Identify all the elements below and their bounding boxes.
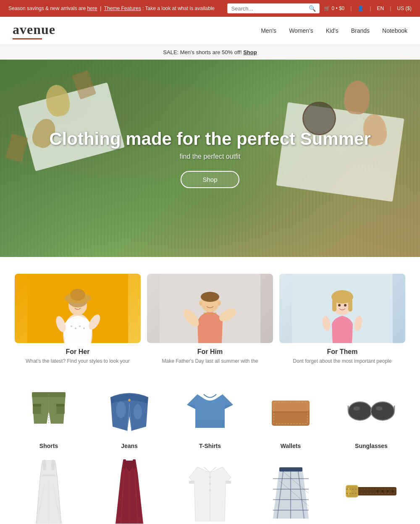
category-grid: For Her What's the latest? Find your sty… (0, 257, 420, 373)
hero-cta-button[interactable]: Shop (181, 171, 239, 188)
sunglasses-svg (344, 394, 399, 428)
for-them-title: For Them (279, 348, 405, 356)
shorts-svg (24, 386, 74, 436)
wallets-image (252, 384, 329, 438)
svg-point-87 (392, 490, 394, 492)
for-her-svg (27, 274, 128, 343)
svg-rect-27 (348, 299, 352, 312)
nav-notebook[interactable]: Notebook (382, 27, 407, 34)
product-shirt[interactable]: Shirt (170, 460, 250, 524)
svg-point-18 (199, 301, 202, 306)
product-jeans[interactable]: Jeans (89, 382, 170, 451)
wallets-svg (268, 388, 314, 434)
sale-banner: SALE: Men's shorts are 50% off! Shop (0, 45, 420, 60)
svg-point-67 (209, 483, 211, 485)
for-her-image (15, 274, 141, 343)
svg-point-19 (218, 301, 221, 306)
cart-icon: 🛒 (324, 5, 330, 11)
search-button[interactable]: 🔍 (309, 5, 316, 12)
tshirts-image (172, 384, 248, 438)
product-sunglasses[interactable]: Sunglasses (331, 382, 412, 451)
account-icon: 👤 (357, 5, 364, 11)
separator-1: | (350, 5, 352, 11)
shirt-image (172, 462, 248, 521)
svg-point-17 (201, 292, 219, 302)
hero-title: Clothing made for the perfect Summer (49, 128, 370, 149)
jeans-svg (106, 385, 152, 437)
svg-point-37 (134, 404, 142, 419)
jeans-label: Jeans (91, 443, 168, 449)
jeans-image (91, 384, 168, 438)
svg-rect-34 (56, 404, 65, 406)
svg-rect-58 (51, 460, 55, 470)
gown-svg (110, 458, 148, 524)
svg-point-36 (116, 401, 126, 418)
svg-rect-33 (33, 404, 41, 406)
sale-shop-link[interactable]: Shop (243, 49, 257, 55)
product-row-1: Shorts Jeans (0, 373, 420, 456)
announcement-bar: Season savings & new arrivals are here |… (0, 0, 420, 17)
logo-container[interactable]: avenue (13, 22, 55, 39)
account-button[interactable]: 👤 (357, 5, 364, 11)
belt-svg (344, 479, 399, 504)
announcement-here-link[interactable]: here (87, 5, 97, 11)
svg-point-90 (347, 489, 351, 493)
announcement-text: Season savings & new arrivals are here |… (8, 5, 215, 11)
product-skirt[interactable]: Skirt (250, 460, 331, 524)
product-wallets[interactable]: Wallets (250, 382, 331, 451)
for-them-svg (292, 274, 393, 343)
hero-content: Clothing made for the perfect Summer fin… (49, 128, 370, 188)
product-dress[interactable]: Dress (8, 460, 89, 524)
product-tshirts[interactable]: T-Shirts (170, 382, 250, 451)
skirt-svg (269, 464, 313, 519)
main-navigation: Men's Women's Kid's Brands Notebook (261, 27, 407, 34)
svg-point-5 (83, 328, 85, 329)
svg-point-55 (353, 406, 360, 411)
search-bar[interactable]: 🔍 (227, 3, 320, 13)
svg-point-2 (71, 325, 72, 327)
svg-point-66 (209, 477, 211, 479)
for-them-image (279, 274, 405, 343)
svg-rect-69 (189, 481, 194, 484)
skirt-image (252, 462, 329, 521)
announcement-separator: | (99, 5, 104, 11)
for-them-desc: Dont forget about the most important peo… (279, 358, 405, 365)
cart-button[interactable]: 🛒 0 • $0 (324, 5, 344, 11)
for-him-svg (160, 274, 260, 343)
svg-rect-26 (332, 299, 336, 312)
svg-rect-43 (195, 419, 225, 428)
svg-point-28 (338, 304, 341, 307)
category-for-her[interactable]: For Her What's the latest? Find your sty… (15, 274, 141, 365)
shorts-image (10, 384, 87, 438)
nav-brands[interactable]: Brands (351, 27, 370, 34)
sunglasses-image (333, 384, 410, 438)
nav-kids[interactable]: Kid's (326, 27, 339, 34)
dress-image (10, 462, 87, 521)
product-belt[interactable]: Belt (331, 460, 412, 524)
separator-3: | (390, 5, 391, 11)
category-for-him[interactable]: For Him Make Father's Day last all summe… (147, 274, 273, 365)
for-him-desc: Make Father's Day last all summer with t… (147, 358, 273, 365)
nav-mens[interactable]: Men's (261, 27, 276, 34)
product-shorts[interactable]: Shorts (8, 382, 89, 451)
nav-womens[interactable]: Women's (289, 27, 313, 34)
announcement-suffix: : Take a look at what is available (142, 5, 215, 11)
sunglasses-label: Sunglasses (333, 443, 410, 449)
search-input[interactable] (231, 5, 309, 12)
wallets-label: Wallets (252, 443, 329, 449)
svg-point-56 (376, 406, 383, 411)
logo-text: avenue (13, 22, 55, 37)
svg-point-40 (128, 399, 131, 401)
for-him-image (147, 274, 273, 343)
announcement-theme-link[interactable]: Theme Features (104, 5, 141, 11)
svg-rect-45 (272, 401, 310, 411)
svg-point-68 (209, 489, 211, 491)
announcement-prefix: Season savings & new arrivals are (8, 5, 87, 11)
lang-label: EN (377, 5, 384, 11)
hero-subtitle: find the perfect outfit (49, 153, 370, 160)
header-right-controls: 🔍 🛒 0 • $0 | 👤 | EN | US ($) (227, 3, 412, 13)
svg-point-86 (387, 490, 389, 492)
product-gown[interactable]: Gown (89, 460, 170, 524)
logo-underline (13, 38, 42, 39)
category-for-them[interactable]: For Them Dont forget about the most impo… (279, 274, 405, 365)
